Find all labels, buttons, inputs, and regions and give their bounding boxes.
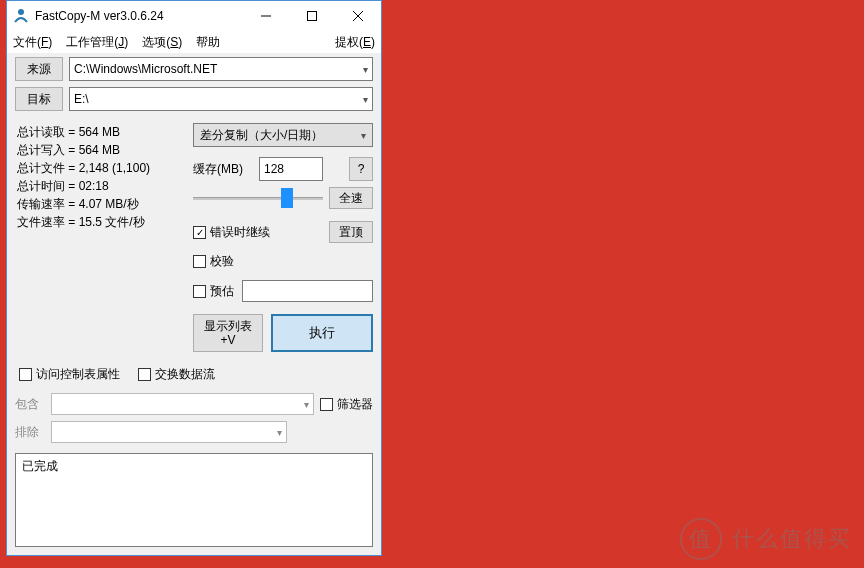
- application-window: FastCopy-M ver3.0.6.24 文件(F) 工作管理(J) 选项(…: [6, 0, 382, 556]
- maximize-button[interactable]: [289, 1, 335, 31]
- estimate-input[interactable]: [242, 280, 373, 302]
- menu-option[interactable]: 选项(S): [142, 34, 182, 51]
- chevron-down-icon: ▾: [361, 130, 366, 141]
- stat-write: 总计写入 = 564 MB: [17, 141, 193, 159]
- chevron-down-icon: ▾: [277, 427, 282, 438]
- titlebar[interactable]: FastCopy-M ver3.0.6.24: [7, 1, 381, 31]
- estimate-checkbox[interactable]: [193, 285, 206, 298]
- menubar: 文件(F) 工作管理(J) 选项(S) 帮助 提权(E): [7, 31, 381, 53]
- dest-button[interactable]: 目标: [15, 87, 63, 111]
- source-button[interactable]: 来源: [15, 57, 63, 81]
- chevron-down-icon: ▾: [363, 94, 368, 105]
- menu-help[interactable]: 帮助: [196, 34, 220, 51]
- ads-label: 交换数据流: [155, 366, 215, 383]
- log-box[interactable]: 已完成: [15, 453, 373, 547]
- svg-rect-2: [308, 12, 317, 21]
- log-text: 已完成: [22, 459, 58, 473]
- mode-combo[interactable]: 差分复制（大小/日期） ▾: [193, 123, 373, 147]
- mode-value: 差分复制（大小/日期）: [200, 127, 323, 144]
- continue-on-error-checkbox[interactable]: ✓: [193, 226, 206, 239]
- include-combo[interactable]: ▾: [51, 393, 314, 415]
- stats-panel: 总计读取 = 564 MB 总计写入 = 564 MB 总计文件 = 2,148…: [15, 123, 193, 352]
- help-button[interactable]: ?: [349, 157, 373, 181]
- continue-on-error-label: 错误时继续: [210, 224, 270, 241]
- exclude-label: 排除: [15, 424, 45, 441]
- acl-label: 访问控制表属性: [36, 366, 120, 383]
- filter-label: 筛选器: [337, 396, 373, 413]
- source-combo[interactable]: C:\Windows\Microsoft.NET ▾: [69, 57, 373, 81]
- source-value: C:\Windows\Microsoft.NET: [74, 62, 217, 76]
- ontop-button[interactable]: 置顶: [329, 221, 373, 243]
- app-icon: [13, 8, 29, 24]
- dest-combo[interactable]: E:\ ▾: [69, 87, 373, 111]
- window-title: FastCopy-M ver3.0.6.24: [35, 9, 243, 23]
- verify-checkbox[interactable]: [193, 255, 206, 268]
- execute-button[interactable]: 执行: [271, 314, 373, 352]
- speed-slider[interactable]: [193, 187, 323, 209]
- filter-checkbox[interactable]: [320, 398, 333, 411]
- acl-checkbox[interactable]: [19, 368, 32, 381]
- stat-frate: 文件速率 = 15.5 文件/秒: [17, 213, 193, 231]
- include-label: 包含: [15, 396, 45, 413]
- body-area: 来源 C:\Windows\Microsoft.NET ▾ 目标 E:\ ▾ 总…: [7, 53, 381, 555]
- menu-auth[interactable]: 提权(E): [335, 34, 375, 51]
- svg-point-0: [18, 9, 24, 15]
- ads-checkbox[interactable]: [138, 368, 151, 381]
- cache-label: 缓存(MB): [193, 161, 253, 178]
- stat-rate: 传输速率 = 4.07 MB/秒: [17, 195, 193, 213]
- dest-value: E:\: [74, 92, 89, 106]
- chevron-down-icon: ▾: [363, 64, 368, 75]
- menu-job[interactable]: 工作管理(J): [66, 34, 128, 51]
- fullspeed-button[interactable]: 全速: [329, 187, 373, 209]
- verify-label: 校验: [210, 253, 234, 270]
- menu-file[interactable]: 文件(F): [13, 34, 52, 51]
- stat-read: 总计读取 = 564 MB: [17, 123, 193, 141]
- exclude-combo[interactable]: ▾: [51, 421, 287, 443]
- watermark-icon: 值: [680, 518, 722, 560]
- show-list-button[interactable]: 显示列表 +V: [193, 314, 263, 352]
- stat-files: 总计文件 = 2,148 (1,100): [17, 159, 193, 177]
- cache-input[interactable]: 128: [259, 157, 323, 181]
- watermark-text: 什么值得买: [732, 524, 852, 554]
- watermark: 值 什么值得买: [680, 518, 852, 560]
- close-button[interactable]: [335, 1, 381, 31]
- minimize-button[interactable]: [243, 1, 289, 31]
- estimate-label: 预估: [210, 283, 234, 300]
- slider-thumb[interactable]: [281, 188, 293, 208]
- chevron-down-icon: ▾: [304, 399, 309, 410]
- stat-time: 总计时间 = 02:18: [17, 177, 193, 195]
